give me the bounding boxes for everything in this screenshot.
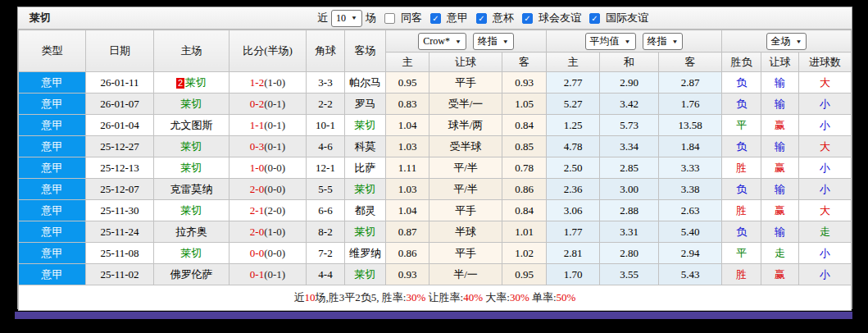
chevron-down-icon: ▼ — [351, 15, 357, 21]
cell-crow-away-odds: 0.84 — [502, 200, 547, 221]
cell-goals-result: 小 — [799, 243, 852, 264]
cell-away-team: 莱切 — [345, 264, 386, 285]
home-team-name[interactable]: 尤文图斯 — [170, 119, 213, 131]
cell-handicap-result: 赢 — [761, 157, 799, 179]
halftime-score: (0-1) — [264, 119, 285, 131]
same-away-checkbox[interactable] — [384, 13, 395, 24]
recent-count-value: 10 — [336, 12, 346, 25]
cell-avg-home-odds: 1.70 — [547, 264, 600, 285]
match-row: 意甲25-12-07克雷莫纳2-0(0-0)5-5莱切1.03平/半0.862.… — [19, 179, 852, 200]
cell-avg-home-odds: 2.36 — [547, 179, 600, 200]
cell-result: 负 — [722, 221, 761, 243]
cell-corner: 5-5 — [307, 179, 345, 200]
home-team-name[interactable]: 莱切 — [181, 247, 202, 259]
cell-home-team: 拉齐奥 — [154, 221, 229, 243]
cell-crow-home-odds: 1.04 — [386, 115, 429, 136]
fulltime-score: 0-0 — [250, 247, 264, 259]
average-select-group: 平均值 ▼ 终指 ▼ — [547, 30, 722, 52]
away-team-name[interactable]: 比萨 — [355, 162, 376, 174]
filter-checkbox-club-friendly[interactable]: ✓ — [522, 13, 533, 24]
match-row: 意甲25-11-30莱切2-1(2-0)6-6都灵1.04平手0.843.062… — [19, 200, 852, 221]
average-select[interactable]: 平均值 ▼ — [585, 33, 636, 50]
halftime-score: (0-1) — [264, 98, 285, 110]
match-row: 意甲26-01-112莱切1-2(1-0)3-3帕尔马0.95平手0.932.7… — [19, 72, 852, 94]
cell-crow-away-odds: 0.78 — [502, 157, 547, 179]
cell-crow-home-odds: 0.87 — [386, 221, 429, 243]
filter-label-serie-a: 意甲 — [447, 11, 468, 25]
cell-home-team: 佛罗伦萨 — [154, 264, 229, 285]
stats-panel: 莱切 近 10 ▼ 场 同客 ✓ 意甲 ✓ 意杯 ✓ 球会友谊 ✓ 国际友谊 — [17, 7, 852, 309]
filter-checkbox-intl-friendly[interactable]: ✓ — [589, 13, 600, 24]
cell-home-team: 尤文图斯 — [154, 115, 229, 136]
cell-date: 26-01-04 — [86, 115, 154, 136]
away-team-name[interactable]: 帕尔马 — [349, 76, 381, 89]
cell-result: 平 — [722, 243, 761, 264]
home-team-name[interactable]: 莱切 — [181, 204, 202, 217]
cell-league: 意甲 — [19, 115, 86, 136]
home-team-name[interactable]: 莱切 — [185, 76, 207, 89]
cell-corner: 8-2 — [307, 221, 345, 243]
home-team-name[interactable]: 莱切 — [181, 98, 202, 110]
cell-away-team: 比萨 — [345, 157, 386, 179]
cell-avg-away-odds: 5.43 — [659, 264, 722, 285]
away-team-name[interactable]: 都灵 — [355, 204, 376, 217]
away-team-name[interactable]: 维罗纳 — [349, 247, 381, 259]
cell-crow-home-odds: 1.04 — [386, 200, 429, 221]
matches-label: 场 — [366, 11, 376, 25]
away-team-name[interactable]: 莱切 — [355, 183, 376, 195]
away-team-name[interactable]: 莱切 — [355, 268, 376, 281]
cell-score: 1-0(0-0) — [229, 157, 307, 179]
cell-avg-away-odds: 3.33 — [659, 157, 722, 179]
chevron-down-icon: ▼ — [455, 38, 461, 43]
odds-stage-select[interactable]: 终指 ▼ — [473, 33, 514, 50]
cell-home-team: 莱切 — [154, 136, 229, 157]
match-row: 意甲25-11-24拉齐奥2-0(1-0)8-2莱切0.87半球1.011.77… — [19, 221, 852, 243]
cell-goals-result: 大 — [799, 72, 852, 94]
away-team-name[interactable]: 莱切 — [355, 119, 376, 131]
cell-result: 胜 — [722, 157, 761, 179]
cell-crow-handicap: 平/半 — [429, 179, 502, 200]
cell-crow-handicap: 平手 — [429, 200, 502, 221]
home-team-name[interactable]: 拉齐奥 — [175, 226, 207, 238]
cell-handicap-result: 赢 — [761, 264, 799, 285]
cell-home-team: 莱切 — [154, 157, 229, 179]
cell-away-team: 帕尔马 — [345, 72, 386, 94]
filter-checkbox-serie-a[interactable]: ✓ — [430, 13, 441, 24]
filter-checkbox-coppa-italia[interactable]: ✓ — [476, 13, 487, 24]
fulltime-score: 1-1 — [250, 119, 264, 131]
cell-date: 26-01-07 — [86, 94, 154, 115]
cell-corner: 12-1 — [307, 157, 345, 179]
col-header-result: 胜负 — [722, 52, 761, 72]
chevron-down-icon: ▼ — [796, 38, 802, 43]
cell-date: 25-12-13 — [86, 157, 154, 179]
cell-avg-home-odds: 4.78 — [547, 136, 600, 157]
cell-handicap-result: 输 — [761, 179, 799, 200]
bookmaker-select[interactable]: Crow* ▼ — [418, 33, 466, 50]
cell-away-team: 维罗纳 — [345, 243, 386, 264]
away-team-name[interactable]: 莱切 — [355, 226, 376, 238]
cell-crow-away-odds: 1.02 — [502, 243, 547, 264]
bottom-divider-bar — [15, 312, 852, 319]
home-team-name[interactable]: 莱切 — [181, 162, 202, 174]
col-header-avg-draw: 和 — [600, 52, 659, 72]
away-team-name[interactable]: 罗马 — [355, 98, 376, 110]
cell-corner: 4-4 — [307, 264, 345, 285]
team-title: 莱切 — [18, 11, 51, 25]
scope-select-value: 全场 — [771, 34, 791, 48]
summary-row: 近10场,胜3平2负5, 胜率:30% 让胜率:40% 大率:30% 单率:50… — [19, 285, 852, 311]
cell-league: 意甲 — [19, 157, 86, 179]
fulltime-score: 2-0 — [250, 226, 264, 238]
home-team-name[interactable]: 莱切 — [181, 140, 202, 153]
away-team-name[interactable]: 科莫 — [355, 140, 376, 153]
recent-label: 近 — [317, 11, 328, 25]
cell-away-team: 莱切 — [345, 179, 386, 200]
col-header-crow-handicap: 让球 — [429, 52, 502, 72]
scope-select[interactable]: 全场 ▼ — [766, 33, 807, 50]
average-stage-select[interactable]: 终指 ▼ — [643, 33, 684, 50]
chevron-down-icon: ▼ — [625, 38, 631, 43]
home-team-name[interactable]: 佛罗伦萨 — [170, 268, 213, 281]
recent-count-select[interactable]: 10 ▼ — [331, 10, 362, 27]
cell-crow-handicap: 平/半 — [429, 157, 502, 179]
chevron-down-icon: ▼ — [502, 38, 509, 43]
home-team-name[interactable]: 克雷莫纳 — [170, 183, 213, 195]
